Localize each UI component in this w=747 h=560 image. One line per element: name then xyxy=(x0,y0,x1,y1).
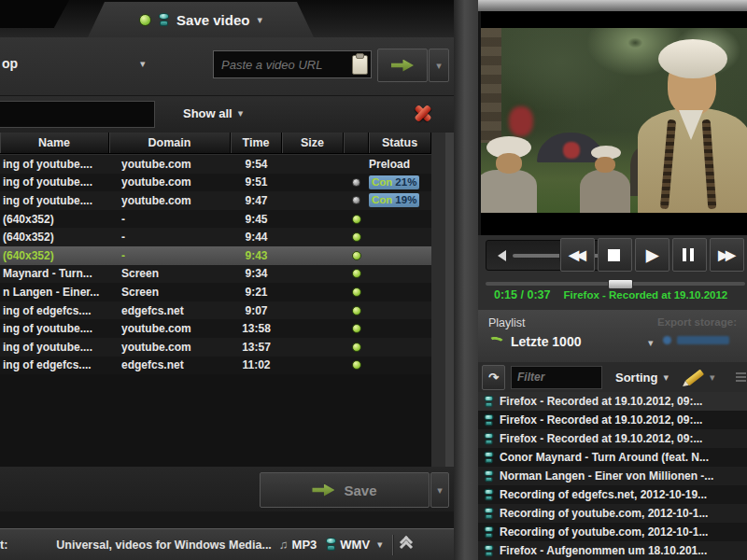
playlist-item-title: Norman Langen - Einer von Millionen -... xyxy=(500,469,713,483)
table-row[interactable]: Maynard - Turn... Screen 9:34 xyxy=(0,265,431,284)
go-options-dropdown[interactable]: ▾ xyxy=(429,49,449,82)
column-header-state[interactable] xyxy=(344,133,369,153)
wmv-format-label[interactable]: WMV xyxy=(340,538,370,552)
row-domain: youtube.com xyxy=(109,322,231,335)
table-row[interactable]: n Langen - Einer... Screen 9:21 xyxy=(0,283,431,301)
table-row[interactable]: ing of youtube.... youtube.com 9:51 Con … xyxy=(0,174,431,192)
export-storage-link[interactable] xyxy=(663,336,729,344)
tab-caret-icon[interactable]: ▾ xyxy=(257,15,262,25)
source-dropdown-caret-icon[interactable]: ▾ xyxy=(140,59,146,69)
edit-caret-icon[interactable]: ▾ xyxy=(710,372,715,383)
playlist-item[interactable]: Firefox - Recorded at 19.10.2012, 09:... xyxy=(478,411,747,429)
playlist-item-title: Recording of edgefcs.net, 2012-10-19... xyxy=(500,488,707,501)
video-display[interactable] xyxy=(478,11,747,235)
tab-save-video[interactable]: Save video ▾ xyxy=(88,2,314,37)
playlist-item[interactable]: Recording of youtube.com, 2012-10-1... xyxy=(478,504,747,523)
tab-partial-left[interactable] xyxy=(0,0,69,28)
table-row[interactable]: ing of youtube.... youtube.com 13:57 xyxy=(0,338,431,357)
media-icon xyxy=(485,413,494,427)
mp3-format-label[interactable]: MP3 xyxy=(292,538,317,552)
capture-toolbar: op ▾ ▾ xyxy=(0,37,454,95)
media-icon xyxy=(485,507,494,520)
row-status: Preload xyxy=(369,158,431,171)
playlist-caret-icon[interactable]: ▾ xyxy=(648,338,654,348)
clear-list-button[interactable] xyxy=(413,105,433,122)
show-all-dropdown[interactable]: Show all ▾ xyxy=(183,106,243,120)
save-options-dropdown[interactable]: ▾ xyxy=(430,472,449,508)
playlist-item[interactable]: Conor Maynard - Turn Around (feat. N... xyxy=(478,448,747,467)
playlist-item[interactable]: Recording of edgefcs.net, 2012-10-19... xyxy=(478,485,747,504)
search-input[interactable] xyxy=(0,101,155,128)
playlist-item-title: Firefox - Recorded at 19.10.2012, 09:... xyxy=(500,432,702,445)
playlist-item-title: Recording of youtube.com, 2012-10-1... xyxy=(500,507,708,520)
playlist-name: Letzte 1000 xyxy=(511,334,581,349)
save-button[interactable]: Save xyxy=(260,472,430,508)
video-url-field xyxy=(213,50,372,78)
table-row[interactable]: ing of edgefcs.... edgefcs.net 9:07 xyxy=(0,301,431,320)
column-header-time[interactable]: Time xyxy=(231,133,282,153)
bar-divider xyxy=(392,535,393,555)
format-label-cut: t: xyxy=(0,539,7,552)
download-table-body: ing of youtube.... youtube.com 9:54 Prel… xyxy=(0,155,431,374)
table-row[interactable]: ing of edgefcs.... edgefcs.net 11:02 xyxy=(0,357,431,375)
table-scrollbar[interactable] xyxy=(445,133,454,467)
status-dot-icon xyxy=(352,215,361,224)
play-button[interactable]: ▶ xyxy=(635,238,669,272)
row-status: Con 21% xyxy=(369,175,431,189)
go-button[interactable] xyxy=(377,49,428,82)
stop-button[interactable] xyxy=(598,238,632,272)
clipboard-icon[interactable] xyxy=(352,55,368,75)
playlist-item[interactable]: Firefox - Recorded at 19.10.2012, 09:... xyxy=(478,392,747,411)
pause-button[interactable] xyxy=(672,238,707,272)
list-filter-bar: Show all ▾ xyxy=(0,95,454,133)
source-dropdown-label[interactable]: op xyxy=(2,56,18,71)
row-name: ing of youtube.... xyxy=(0,194,109,207)
jump-to-current-button[interactable]: ↷ xyxy=(482,365,505,390)
table-row[interactable]: ing of youtube.... youtube.com 9:54 Prel… xyxy=(0,155,431,174)
sorting-caret-icon[interactable]: ▾ xyxy=(664,372,669,383)
show-all-caret-icon: ▾ xyxy=(238,108,244,119)
status-dot-icon xyxy=(352,324,361,333)
panel-divider xyxy=(0,511,454,528)
table-row[interactable]: (640x352) - 9:43 xyxy=(0,246,431,265)
expand-panel-button[interactable] xyxy=(402,538,411,552)
music-note-icon: ♫ xyxy=(279,538,289,552)
table-row[interactable]: (640x352) - 9:44 xyxy=(0,228,431,246)
sorting-label[interactable]: Sorting xyxy=(615,371,658,385)
row-name: ing of edgefcs.... xyxy=(0,304,109,317)
playlist-item[interactable]: Recording of youtube.com, 2012-10-1... xyxy=(478,523,747,541)
row-domain: youtube.com xyxy=(109,158,231,171)
playlist-selector[interactable]: Letzte 1000 xyxy=(488,334,581,349)
table-row[interactable]: ing of youtube.... youtube.com 9:47 Con … xyxy=(0,191,431,210)
row-name: (640x352) xyxy=(0,213,109,226)
column-header-status[interactable]: Status xyxy=(369,133,431,153)
table-row[interactable]: (640x352) - 9:45 xyxy=(0,210,431,229)
video-frame xyxy=(481,28,747,213)
column-header-name[interactable]: Name xyxy=(0,133,109,153)
row-state xyxy=(344,269,369,278)
list-menu-icon[interactable] xyxy=(736,372,746,382)
format-description[interactable]: Universal, videos for Windows Media... xyxy=(56,539,272,552)
playlist-item[interactable]: Norman Langen - Einer von Millionen -... xyxy=(478,467,747,485)
row-state xyxy=(344,287,369,297)
row-time: 9:07 xyxy=(231,304,282,317)
video-url-input[interactable] xyxy=(219,57,348,73)
playlist-filter-input[interactable] xyxy=(511,366,602,389)
row-domain: edgefcs.net xyxy=(109,304,231,317)
fast-forward-button[interactable]: ▶▶ xyxy=(710,238,744,272)
playlist-item[interactable]: Firefox - Recorded at 19.10.2012, 09:... xyxy=(478,429,747,448)
rewind-button[interactable]: ◀◀ xyxy=(560,238,595,272)
save-video-panel: Save video ▾ op ▾ ▾ Show all ▾ xyxy=(0,0,454,560)
column-header-domain[interactable]: Domain xyxy=(109,133,231,153)
edit-pencil-icon[interactable] xyxy=(685,369,704,385)
playlist-item[interactable]: Firefox - Aufgenommen um 18.10.201... xyxy=(478,541,747,560)
row-time: 9:34 xyxy=(231,267,282,280)
player-panel: ◀◀ ▶ ▶▶ 0:15 / 0:37 Firefox - Recorded a… xyxy=(478,0,747,560)
table-row[interactable]: ing of youtube.... youtube.com 13:58 xyxy=(0,319,431,338)
column-header-size[interactable]: Size xyxy=(282,133,344,153)
media-icon xyxy=(485,451,494,464)
media-icon xyxy=(485,488,494,501)
format-caret-icon[interactable]: ▾ xyxy=(377,539,383,550)
window-top-edge xyxy=(478,0,747,11)
window-gap xyxy=(454,0,478,560)
